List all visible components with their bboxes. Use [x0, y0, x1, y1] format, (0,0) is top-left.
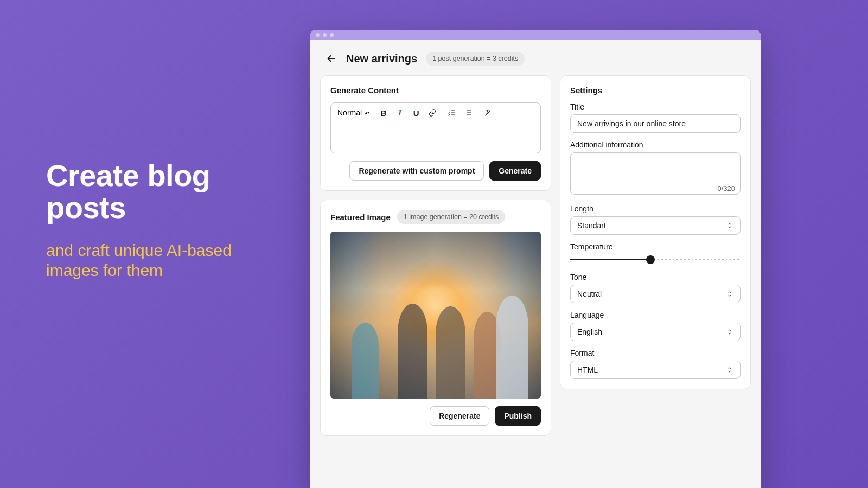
title-input[interactable] — [570, 114, 741, 133]
language-label: Language — [570, 311, 741, 319]
char-count: 0/320 — [717, 184, 735, 192]
format-value: HTML — [577, 365, 598, 374]
app-window: New arrivings 1 post generation = 3 cred… — [310, 30, 761, 488]
rich-text-editor: Normal ▴▾ B I U — [330, 102, 541, 153]
tone-label: Tone — [570, 273, 741, 281]
card-title: Generate Content — [330, 86, 541, 95]
regenerate-image-button[interactable]: Regenerate — [430, 406, 489, 426]
unordered-list-button[interactable] — [463, 107, 474, 118]
chevron-updown-icon — [726, 366, 733, 374]
arrow-left-icon — [326, 53, 337, 65]
link-icon — [428, 108, 437, 117]
slider-thumb[interactable] — [646, 255, 655, 264]
italic-button[interactable]: I — [394, 107, 405, 118]
settings-card: Settings Title Additional information 0/… — [560, 75, 751, 389]
tone-value: Neutral — [577, 290, 602, 298]
additional-info-label: Additional information — [570, 140, 741, 149]
temperature-slider[interactable] — [570, 254, 741, 265]
back-button[interactable] — [326, 53, 337, 65]
title-label: Title — [570, 102, 741, 111]
credits-badge: 1 image generation = 20 credits — [397, 210, 505, 224]
clear-format-button[interactable] — [482, 107, 493, 118]
clear-format-icon — [483, 108, 492, 117]
list-bullet-icon — [464, 108, 473, 117]
credits-badge: 1 post generation = 3 credits — [426, 52, 525, 66]
publish-button[interactable]: Publish — [495, 406, 541, 426]
ordered-list-button[interactable] — [446, 107, 457, 118]
generate-button[interactable]: Generate — [489, 161, 541, 181]
length-select[interactable]: Standart — [570, 216, 741, 235]
list-ordered-icon — [448, 108, 456, 117]
chevron-updown-icon — [726, 222, 733, 229]
titlebar-dot — [330, 33, 334, 37]
editor-body[interactable] — [331, 123, 540, 153]
chevron-updown-icon — [726, 328, 733, 336]
chevron-updown-icon — [726, 290, 733, 298]
format-dropdown-label: Normal — [337, 108, 362, 117]
format-label: Format — [570, 349, 741, 357]
titlebar-dot — [316, 33, 320, 37]
topbar: New arrivings 1 post generation = 3 cred… — [310, 40, 761, 75]
format-select[interactable]: HTML — [570, 361, 741, 379]
tone-select[interactable]: Neutral — [570, 285, 741, 303]
card-title: Featured Image — [330, 213, 391, 222]
format-dropdown[interactable]: Normal ▴▾ — [337, 108, 369, 117]
length-label: Length — [570, 204, 741, 213]
page-title: New arrivings — [346, 53, 417, 65]
hero-title: Create blog posts — [46, 160, 263, 224]
language-select[interactable]: English — [570, 323, 741, 341]
card-title: Settings — [570, 86, 741, 95]
editor-toolbar: Normal ▴▾ B I U — [331, 103, 540, 123]
temperature-label: Temperature — [570, 242, 741, 251]
titlebar-dot — [323, 33, 327, 37]
generate-content-card: Generate Content Normal ▴▾ B I U — [320, 75, 551, 191]
language-value: English — [577, 328, 602, 336]
regenerate-custom-button[interactable]: Regenerate with custom prompt — [349, 161, 484, 181]
length-value: Standart — [577, 221, 606, 230]
underline-button[interactable]: U — [411, 107, 422, 118]
featured-image-card: Featured Image 1 image generation = 20 c… — [320, 200, 551, 436]
bold-button[interactable]: B — [378, 107, 389, 118]
link-button[interactable] — [427, 107, 438, 118]
featured-image-preview — [330, 232, 541, 399]
window-titlebar — [310, 30, 761, 40]
hero-subtitle: and craft unique AI-based images for the… — [46, 240, 263, 281]
hero-text: Create blog posts and craft unique AI-ba… — [46, 160, 263, 281]
additional-info-textarea[interactable] — [570, 152, 741, 195]
